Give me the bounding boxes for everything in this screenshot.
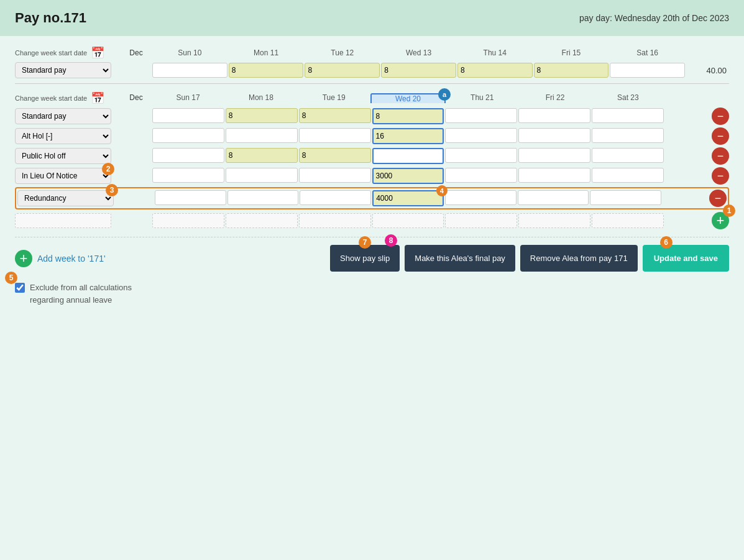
week2-r2-sat[interactable] [592, 128, 664, 143]
week2-r1-mon[interactable] [226, 108, 298, 123]
week2-r4-tue[interactable] [299, 168, 371, 183]
calendar-icon-2[interactable]: 📅 [91, 91, 104, 105]
badge-7: 7 [359, 236, 371, 249]
week2-r5-sun[interactable] [155, 190, 226, 205]
week2-r1-fri[interactable] [518, 108, 590, 123]
week2-row-pubhol: Public Hol off − [15, 147, 729, 165]
week2-row1-type-select[interactable]: Standard pay [15, 108, 111, 124]
week1-section: Change week start date 📅 Dec Sun 10 Mon … [15, 46, 729, 78]
week1-cell-sat[interactable] [610, 63, 685, 78]
add-week-text[interactable]: Add week to '171' [37, 254, 106, 264]
week2-r5-tue[interactable] [300, 190, 371, 205]
week2-r5-mon[interactable] [227, 190, 299, 205]
week2-r1-sun[interactable] [152, 108, 224, 123]
week2-r4-mon[interactable] [226, 168, 298, 183]
week1-day-1: Mon 11 [228, 48, 305, 57]
week2-r5-wed[interactable] [372, 190, 444, 206]
week1-cell-sun[interactable] [152, 63, 227, 78]
week2-r3-mon[interactable] [226, 148, 298, 163]
week2-add-mon[interactable] [226, 213, 298, 228]
week2-r1-sat[interactable] [592, 108, 664, 123]
week2-r2-wed[interactable] [372, 128, 444, 144]
change-week2-label[interactable]: Change week start date 📅 [15, 91, 121, 105]
add-week-btn-wrapper[interactable]: + Add week to '171' [15, 250, 106, 267]
week2-r3-wed[interactable] [372, 148, 444, 164]
week2-add-tue[interactable] [299, 213, 371, 228]
week2-r4-sun[interactable] [152, 168, 224, 183]
remove-from-pay-btn[interactable]: Remove Alea from pay 171 [520, 245, 638, 272]
week2-r3-tue[interactable] [299, 148, 371, 163]
week2-row5-cells: 4 [123, 190, 662, 207]
week2-row2-type-select[interactable]: Alt Hol [-] [15, 128, 111, 144]
week2-r3-sun[interactable] [152, 148, 224, 163]
week1-day-3: Wed 13 [380, 48, 457, 57]
badge-1: 1 [723, 204, 735, 217]
week2-r4-thu[interactable] [445, 168, 517, 183]
make-final-pay-btn[interactable]: Make this Alea's final pay [405, 245, 515, 272]
section-divider [15, 83, 729, 84]
week2-r1-thu[interactable] [445, 108, 517, 123]
bottom-actions: + Add week to '171' Show pay slip 7 Make… [15, 245, 729, 272]
week1-cell-mon[interactable] [229, 63, 304, 78]
week2-add-sun[interactable] [152, 213, 224, 228]
remove-row5-btn[interactable]: − [709, 190, 727, 207]
remove-row2-btn[interactable]: − [712, 127, 729, 145]
calendar-icon-1[interactable]: 📅 [91, 46, 104, 60]
week1-day-2: Tue 12 [304, 48, 380, 57]
week2-add-row: + 1 [15, 212, 729, 229]
week2-r4-fri[interactable] [518, 168, 590, 183]
week2-row3-type-select[interactable]: Public Hol off [15, 148, 111, 164]
week2-r5-thu[interactable] [445, 190, 517, 205]
week2-add-type-input[interactable] [15, 213, 111, 228]
main-content: Change week start date 📅 Dec Sun 10 Mon … [0, 36, 744, 316]
remove-row4-btn[interactable]: − [712, 167, 729, 185]
week2-row2-type-wrapper: Alt Hol [-] [15, 128, 121, 144]
footer-checkbox-row: 5 Exclude from all calculationsregarding… [15, 282, 729, 306]
week2-row4-type-select[interactable]: In Lieu Of Notice [15, 168, 111, 184]
week2-r2-mon[interactable] [226, 128, 298, 143]
week2-r2-thu[interactable] [445, 128, 517, 143]
week1-pay-type-wrapper: Standard pay [15, 62, 121, 78]
week1-cell-wed[interactable] [381, 63, 456, 78]
add-week-circle[interactable]: + [15, 250, 32, 267]
week2-r3-fri[interactable] [518, 148, 590, 163]
exclude-calc-label[interactable]: Exclude from all calculationsregarding a… [30, 282, 132, 306]
week1-pay-type-select[interactable]: Standard pay [15, 62, 111, 78]
week1-day-5: Fri 15 [533, 48, 610, 57]
week2-row5-type-select[interactable]: Redundancy [17, 190, 114, 206]
week2-day-mon: Mon 18 [224, 93, 297, 103]
week2-r5-sat[interactable] [590, 190, 661, 205]
week2-add-thu[interactable] [445, 213, 517, 228]
week2-add-wed[interactable] [372, 213, 444, 228]
week2-r3-sat[interactable] [592, 148, 664, 163]
week2-r2-tue[interactable] [299, 128, 371, 143]
week2-row3-type-wrapper: Public Hol off [15, 148, 121, 164]
badge-3: 3 [106, 184, 118, 196]
show-payslip-btn[interactable]: Show pay slip [330, 245, 400, 272]
week1-cell-thu[interactable] [457, 63, 533, 78]
week2-r1-wed[interactable] [372, 108, 444, 124]
week2-add-row-type [15, 213, 121, 228]
show-payslip-wrapper: Show pay slip 7 [330, 245, 400, 272]
week2-add-sat[interactable] [592, 213, 664, 228]
week2-day-sat: Sat 23 [592, 93, 664, 103]
week2-row-althol: Alt Hol [-] − [15, 127, 729, 145]
week2-r3-thu[interactable] [445, 148, 517, 163]
update-save-btn[interactable]: Update and save [643, 245, 729, 272]
exclude-calc-checkbox[interactable] [15, 283, 25, 293]
remove-row1-btn[interactable]: − [712, 108, 729, 125]
week2-add-fri[interactable] [518, 213, 590, 228]
week2-r2-fri[interactable] [518, 128, 590, 143]
change-week1-label[interactable]: Change week start date 📅 [15, 46, 121, 60]
week1-cell-tue[interactable] [305, 63, 380, 78]
week2-row1-cells [121, 108, 664, 125]
week2-r2-sun[interactable] [152, 128, 224, 143]
week2-r4-wed[interactable] [372, 168, 444, 184]
badge-5-wrapper: 5 [15, 282, 25, 295]
week1-cell-fri[interactable] [534, 63, 609, 78]
remove-row3-btn[interactable]: − [712, 147, 729, 165]
week2-r1-tue[interactable] [299, 108, 371, 123]
badge-6: 6 [660, 236, 673, 249]
week2-r4-sat[interactable] [592, 168, 664, 183]
week2-r5-fri[interactable] [518, 190, 589, 205]
